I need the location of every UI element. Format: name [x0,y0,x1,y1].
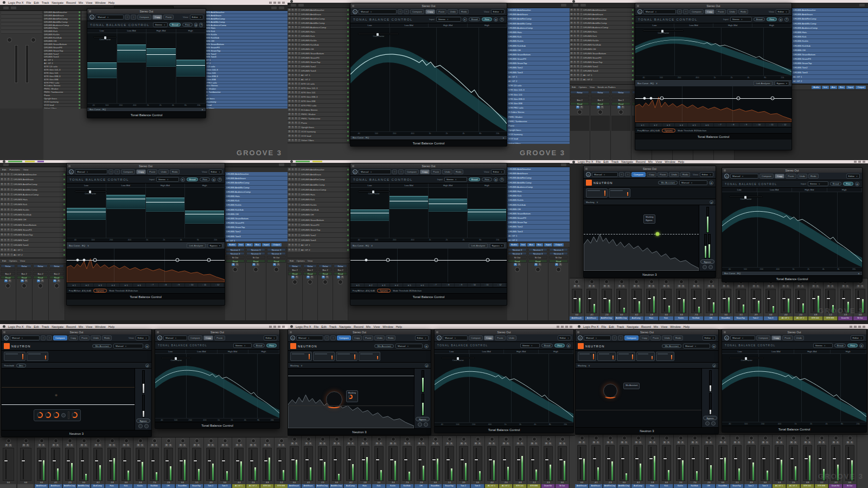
volume-fader[interactable] [662,445,672,481]
region[interactable]: DRUMS KickSub [507,44,570,48]
volume-fader[interactable] [795,289,806,313]
region[interactable]: DRUMS SnareFX [507,57,570,61]
track-row[interactable]: MS RI DRUMS SnareTop [570,60,634,65]
pan-knob[interactable] [634,280,639,284]
editor-menu-edit[interactable]: Edit [2,168,7,171]
volume-fader[interactable] [646,289,656,313]
volume-fader[interactable] [591,445,601,481]
channel-strip[interactable]: MS 0.0 Kick [372,436,386,488]
input-button[interactable]: I [298,30,301,33]
track-row[interactable]: MS RI AC GT 1 [288,243,349,248]
volume-fader[interactable] [586,289,597,313]
volume-fader[interactable] [691,289,701,313]
bypass-button[interactable]: Bypass [700,259,714,264]
region[interactable]: DRUMS AudienceComp [507,26,570,30]
region[interactable]: DRUMS SnareBottom [792,53,868,57]
track-row[interactable]: M S R I VOX harmony [288,130,349,134]
record-button[interactable]: R [295,96,297,98]
close-icon[interactable] [577,331,579,333]
volume-fader[interactable] [51,448,61,481]
pan-knob[interactable] [749,436,754,440]
region[interactable]: DRUMS SnareBottom [225,217,288,221]
mixer-channel-strip[interactable]: Relay Bus 2 Read MS [570,90,590,160]
volume-fader[interactable] [388,446,398,481]
input-button[interactable]: I [298,43,301,46]
volume-fader[interactable] [122,448,131,481]
mute-button[interactable]: M [288,65,291,68]
power-icon[interactable]: ⏻ [578,335,583,340]
input-button[interactable]: I [298,96,301,98]
track-row[interactable]: M S R I H-Dobro Stereo [288,108,349,112]
eq-param[interactable]: Sidechain [697,129,706,132]
eq-band-selector[interactable]: ○ 12 [778,123,790,126]
input-button[interactable]: I [298,113,301,116]
volume-fader[interactable] [263,448,272,481]
mute-button[interactable]: M [288,39,291,42]
volume-fader[interactable] [544,446,553,481]
region[interactable]: STR 12t solo [507,84,570,88]
track-row[interactable]: M S R I AC GT 2 [288,78,349,82]
pan-knob[interactable] [679,436,683,440]
mute-button[interactable]: M [288,61,291,64]
mute-button[interactable]: M [288,117,291,120]
mute-button[interactable]: M [617,106,621,109]
menu-item[interactable]: Help [108,325,114,328]
record-button[interactable]: R [295,30,297,33]
region[interactable]: DRUMS Tom3 [507,230,570,234]
mute-button[interactable]: M [288,52,291,55]
insert-slot[interactable]: Relay [570,91,589,94]
help-icon[interactable]: ? [784,17,789,22]
record-button[interactable]: R [295,87,297,90]
track-row[interactable]: MS RI DRUMS AmbSmasher [570,8,634,12]
gain-knob[interactable] [709,265,713,269]
tonal-balance-window[interactable]: Stereo Out ⏻ Manual∨ ‹› Compare Copy Pas… [87,8,206,118]
power-icon[interactable]: ⏻ [437,335,442,340]
mute-button[interactable]: M [288,126,291,129]
input-button[interactable]: I [298,74,301,77]
track-row[interactable]: MS RI DRUMS KickIn [288,202,349,207]
pan-knob[interactable] [693,436,697,440]
power-icon[interactable]: ⏻ [637,9,642,14]
mute-button[interactable]: M [288,78,291,81]
channel-strip[interactable]: MS 0.0 Tom 3 [471,436,485,488]
track-row[interactable]: MS RI AC GT 2 [570,78,634,82]
eq-band-node[interactable] [435,258,438,262]
record-button[interactable]: R [295,69,297,72]
solo-button[interactable]: S [291,130,294,133]
record-button[interactable]: R [295,22,297,24]
pan-knob[interactable] [735,436,739,440]
track-row[interactable]: MS RI DRUMS Tom3 [570,69,634,73]
pan-knob[interactable] [448,437,452,441]
channel-strip[interactable]: MS 0.0 Kick [119,438,133,488]
channel-strip[interactable]: MS -4.1 AmbSnare [302,436,316,488]
mute-button[interactable]: M [288,91,291,94]
tonal-balance-window[interactable]: Stereo Out ⏻ Manual∨ ‹› CompareCopy Past… [66,163,225,306]
attack-time-pill[interactable]: 4ms [16,364,26,367]
close-icon[interactable] [637,5,639,7]
help-icon[interactable]: ? [218,178,222,182]
track-row[interactable]: M S R I STR PRO solo [288,104,349,108]
pan-knob[interactable] [223,439,227,443]
channel-strip[interactable]: MS -2.3 AmbRmCmp [599,278,615,320]
track-row[interactable]: MS RI DRUMS Tom2 [570,65,634,69]
mute-button[interactable]: M [576,106,579,109]
target-dropdown[interactable]: Stereo∨ [156,177,179,182]
pan-knob[interactable] [321,437,325,441]
region[interactable]: AC GT 2 [507,79,570,84]
track-row[interactable]: MS RI DRUMS SnareFX [0,227,66,232]
menu-item[interactable]: Window [95,1,106,4]
pan-knob[interactable] [377,437,381,441]
menu-item[interactable]: Record [641,325,651,328]
menu-item[interactable]: Track [617,325,624,328]
input-button[interactable]: I [298,122,301,124]
link-analyzer-button[interactable]: Link Analyzer [754,81,772,86]
module-card[interactable] [313,352,335,361]
broad-view-button[interactable]: Broad [169,23,181,27]
volume-fader[interactable] [690,445,700,481]
pan-knob[interactable] [598,110,603,115]
menu-item[interactable]: Track [42,1,49,4]
track-row[interactable]: MS RI DRUMS Hats [0,197,66,202]
track-row[interactable]: M S R I DRUMS AudienceComp [288,26,349,30]
pan-knob[interactable] [806,436,810,440]
pan-knob[interactable] [594,436,598,440]
